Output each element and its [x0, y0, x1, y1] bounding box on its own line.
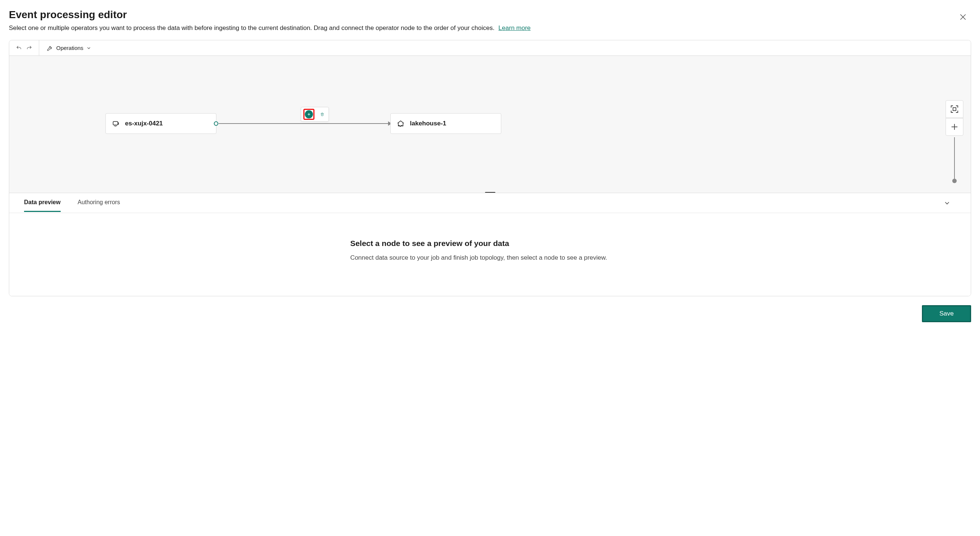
undo-button[interactable]: [14, 43, 24, 53]
bottom-tabs: Data preview Authoring errors: [9, 193, 971, 213]
redo-icon: [26, 45, 32, 52]
source-node-label: es-xujx-0421: [125, 120, 163, 127]
add-operator-highlight: [303, 109, 315, 120]
footer: Save: [9, 296, 971, 322]
zoom-in-button[interactable]: [946, 118, 963, 136]
save-button[interactable]: Save: [922, 305, 971, 322]
subtitle-text: Select one or multiple operators you wan…: [9, 24, 495, 32]
delete-edge-button[interactable]: [318, 110, 326, 118]
preview-empty-heading: Select a node to see a preview of your d…: [350, 239, 609, 248]
trash-icon: [320, 111, 324, 118]
event-processing-editor: Event processing editor Select one or mu…: [9, 9, 971, 322]
data-preview-panel: Select a node to see a preview of your d…: [9, 213, 971, 296]
toolbar: Operations: [9, 40, 971, 56]
learn-more-link[interactable]: Learn more: [498, 24, 530, 32]
operations-label: Operations: [56, 45, 83, 51]
tab-authoring-errors[interactable]: Authoring errors: [78, 194, 120, 212]
bottom-panel: Data preview Authoring errors Select a n…: [9, 193, 971, 296]
destination-node[interactable]: lakehouse-1: [390, 113, 501, 134]
panel-splitter[interactable]: [485, 192, 495, 193]
stream-source-icon: [112, 119, 120, 127]
page-title: Event processing editor: [9, 9, 971, 21]
redo-button[interactable]: [24, 43, 34, 53]
canvas[interactable]: es-xujx-0421: [9, 56, 971, 193]
plus-icon: [307, 112, 311, 116]
undo-icon: [16, 45, 22, 52]
collapse-bottom-panel[interactable]: [941, 197, 953, 209]
plus-icon: [950, 122, 959, 131]
close-button[interactable]: [956, 10, 970, 24]
preview-empty-text: Connect data source to your job and fini…: [350, 253, 609, 262]
operations-dropdown[interactable]: Operations: [44, 45, 94, 51]
tab-data-preview[interactable]: Data preview: [24, 194, 60, 212]
chevron-down-icon: [943, 199, 951, 207]
source-node[interactable]: es-xujx-0421: [105, 113, 216, 134]
page-subtitle: Select one or multiple operators you wan…: [9, 24, 971, 32]
destination-node-label: lakehouse-1: [410, 120, 446, 127]
edge[interactable]: [219, 123, 389, 124]
operations-segment: Operations: [39, 40, 971, 56]
svg-rect-5: [953, 108, 956, 111]
chevron-down-icon: [86, 46, 91, 51]
history-segment: [9, 40, 39, 56]
add-operator-button[interactable]: [305, 110, 313, 118]
zoom-slider-track[interactable]: [954, 137, 955, 181]
workspace-frame: Operations es-xujx-0421: [9, 40, 971, 296]
fit-screen-button[interactable]: [946, 100, 963, 118]
lakehouse-icon: [396, 119, 405, 127]
close-icon: [959, 13, 967, 21]
svg-rect-2: [113, 122, 118, 125]
wrench-icon: [47, 45, 53, 51]
fit-screen-icon: [950, 105, 959, 114]
zoom-slider-thumb[interactable]: [952, 179, 957, 183]
source-node-output-port[interactable]: [214, 121, 218, 126]
edge-action-popover: [301, 107, 329, 122]
canvas-controls: [946, 100, 963, 183]
